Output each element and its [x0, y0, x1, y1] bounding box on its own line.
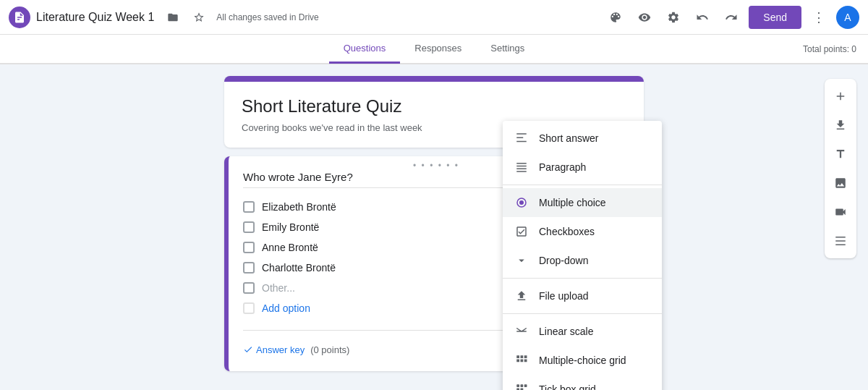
document-title: Literature Quiz Week 1	[36, 11, 154, 24]
top-bar-right: Send ⋮ A	[604, 6, 859, 29]
option-checkbox-3[interactable]	[243, 242, 255, 253]
dropdown-icon	[514, 253, 529, 268]
form-title: Short Literature Quiz	[242, 96, 626, 116]
import-questions-button[interactable]	[827, 112, 854, 138]
svg-rect-8	[516, 384, 519, 387]
option-checkbox-add	[243, 302, 255, 314]
dropdown-divider-1	[503, 185, 662, 185]
option-checkbox-2[interactable]	[243, 221, 255, 233]
add-image-button[interactable]	[827, 170, 854, 196]
answer-key-link[interactable]: Answer key	[243, 344, 305, 355]
user-avatar[interactable]: A	[836, 6, 859, 29]
star-icon-button[interactable]	[187, 6, 210, 29]
tab-questions[interactable]: Questions	[329, 35, 401, 64]
paragraph-icon	[514, 160, 529, 174]
svg-rect-6	[521, 360, 524, 363]
top-bar: Literature Quiz Week 1 All changes saved…	[0, 0, 868, 35]
dropdown-divider-2	[503, 278, 662, 279]
checkboxes-icon	[514, 224, 529, 239]
dropdown-item-multiple-choice[interactable]: Multiple choice	[503, 188, 662, 217]
dropdown-item-paragraph[interactable]: Paragraph	[503, 153, 662, 182]
question-type-dropdown: Short answer Paragraph Multiple choice C…	[503, 121, 662, 390]
dropdown-item-file-upload[interactable]: File upload	[503, 281, 662, 310]
folder-icon-button[interactable]	[161, 6, 184, 29]
right-toolbar	[825, 79, 856, 258]
preview-icon-button[interactable]	[633, 6, 656, 29]
more-options-button[interactable]: ⋮	[807, 6, 830, 29]
option-checkbox-other[interactable]	[243, 282, 255, 294]
svg-rect-9	[521, 384, 524, 387]
svg-rect-2	[516, 355, 519, 358]
tab-bar: Questions Responses Settings	[0, 35, 868, 64]
dropdown-item-mc-grid[interactable]: Multiple-choice grid	[503, 346, 662, 375]
dropdown-item-checkboxes[interactable]: Checkboxes	[503, 217, 662, 246]
redo-icon-button[interactable]	[720, 6, 743, 29]
dropdown-item-tick-box-grid[interactable]: Tick box grid	[503, 375, 662, 390]
add-video-button[interactable]	[827, 199, 854, 225]
dropdown-item-dropdown[interactable]: Drop-down	[503, 246, 662, 275]
linear-scale-icon	[514, 324, 529, 339]
title-action-icons	[161, 6, 210, 29]
svg-rect-7	[524, 360, 527, 363]
option-checkbox-1[interactable]	[243, 201, 255, 213]
app-logo	[9, 7, 30, 28]
palette-icon-button[interactable]	[604, 6, 627, 29]
add-title-button[interactable]	[827, 141, 854, 167]
dropdown-item-short-answer[interactable]: Short answer	[503, 124, 662, 153]
svg-rect-3	[521, 355, 524, 358]
add-section-button[interactable]	[827, 228, 854, 254]
short-answer-icon	[514, 131, 529, 145]
file-upload-icon	[514, 289, 529, 303]
total-points-label: Total points: 0	[803, 44, 856, 54]
drag-handle: • • • • • •	[413, 161, 459, 171]
add-question-button[interactable]	[827, 83, 854, 109]
main-content: Short Literature Quiz Covering books we'…	[0, 64, 868, 390]
send-button[interactable]: Send	[749, 6, 801, 29]
settings-icon-button[interactable]	[662, 6, 685, 29]
answer-key-icon	[243, 344, 253, 355]
mc-grid-icon	[514, 353, 529, 368]
answer-key-points: (0 points)	[310, 344, 349, 355]
svg-point-1	[519, 200, 524, 205]
tick-box-grid-icon	[514, 382, 529, 390]
tab-settings[interactable]: Settings	[476, 35, 539, 64]
svg-rect-5	[516, 360, 519, 363]
undo-icon-button[interactable]	[691, 6, 714, 29]
multiple-choice-icon	[514, 195, 529, 210]
svg-rect-4	[524, 355, 527, 358]
save-status: All changes saved in Drive	[216, 12, 318, 22]
svg-rect-10	[524, 384, 527, 387]
option-checkbox-4[interactable]	[243, 262, 255, 274]
dropdown-divider-3	[503, 313, 662, 314]
dropdown-item-linear-scale[interactable]: Linear scale	[503, 317, 662, 346]
tab-responses[interactable]: Responses	[400, 35, 476, 64]
